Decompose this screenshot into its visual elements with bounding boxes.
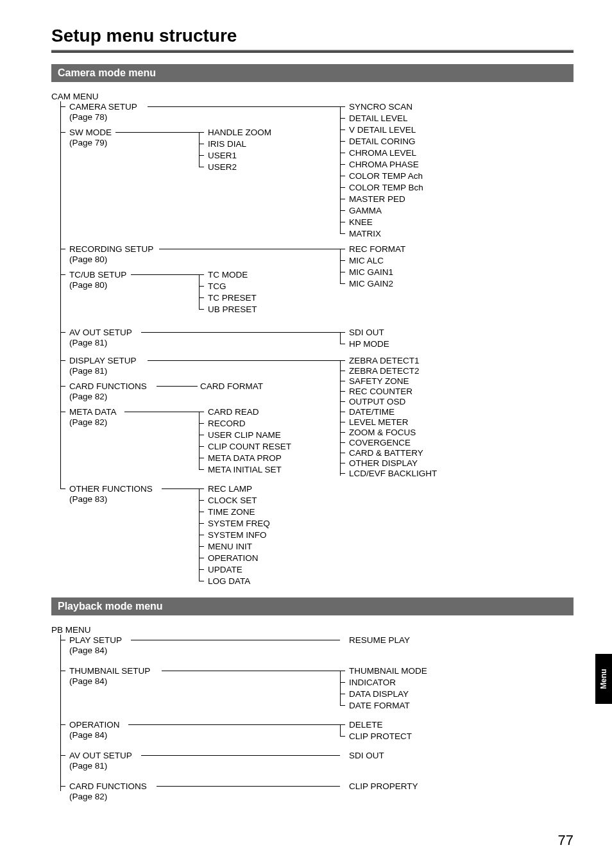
tree-tick (340, 283, 345, 284)
tree-tick (340, 360, 345, 361)
tree-tick (340, 694, 345, 694)
menu-item-page: (Page 81) (69, 337, 107, 349)
tree-tick (340, 233, 345, 234)
tree-vline (340, 724, 341, 736)
submenu-item: CLOCK SET (208, 495, 257, 506)
submenu-item: INDICATOR (349, 677, 396, 689)
submenu-item: TIME ZONE (208, 506, 255, 518)
tree-tick (60, 488, 65, 489)
tree-tick (340, 222, 345, 222)
submenu-item: MATRIX (349, 228, 381, 240)
submenu-item: MIC ALC (349, 255, 384, 267)
menu-item-page: (Page 84) (69, 730, 107, 741)
tree-tick (340, 422, 345, 422)
tree-tick (199, 155, 204, 156)
tree-vline (340, 671, 341, 705)
submenu-item: DATE FORMAT (349, 700, 410, 712)
tree-tick (340, 381, 345, 381)
tree-tick (340, 705, 345, 706)
submenu-item: HP MODE (349, 338, 389, 350)
tree-vline (340, 332, 341, 344)
tree-tick (199, 286, 204, 287)
tree-tick (340, 344, 345, 344)
submenu-item: TCG (208, 281, 226, 292)
submenu-item: CLIP COUNT RESET (208, 441, 291, 453)
tree-tick (60, 274, 65, 275)
submenu-item: DETAIL LEVEL (349, 113, 408, 124)
side-tab-label: Menu (599, 669, 608, 689)
tree-tick (340, 153, 345, 153)
submenu-item: UB PRESET (208, 304, 257, 315)
menu-item-page: (Page 79) (69, 137, 107, 149)
tree-tick (340, 118, 345, 119)
tree-tick (340, 671, 345, 671)
page-title: Setup menu structure (51, 26, 574, 46)
camera-menu-tree: CAM MENU CAMERA SETUP (Page 78) SW MODE … (51, 91, 574, 553)
tree-tick (60, 332, 65, 333)
submenu-item: LCD/EVF BACKLIGHT (349, 468, 437, 480)
submenu-item: CLIP PROTECT (349, 731, 412, 742)
tree-vline (340, 106, 341, 233)
tree-tick (199, 412, 204, 412)
submenu-item: CLIP PROPERTY (349, 781, 418, 792)
submenu-item: COLOR TEMP Bch (349, 182, 423, 194)
menu-item-page: (Page 80) (69, 254, 107, 265)
submenu-item: TC MODE (208, 269, 248, 281)
tree-hline (157, 786, 340, 787)
menu-item-page: (Page 80) (69, 280, 107, 291)
tree-tick (60, 640, 65, 640)
tree-tick (340, 463, 345, 463)
tree-tick (340, 473, 345, 474)
submenu-item: GAMMA (349, 205, 382, 217)
tree-hline (148, 106, 340, 107)
submenu-item: RECORD (208, 418, 246, 430)
submenu-item: MIC GAIN2 (349, 278, 393, 290)
submenu-item: THUMBNAIL MODE (349, 665, 427, 677)
submenu-item: SYSTEM FREQ (208, 518, 270, 530)
tree-vline (199, 274, 200, 309)
tree-tick (199, 297, 204, 298)
tree-tick (340, 412, 345, 412)
page-number: 77 (558, 832, 574, 849)
tree-tick (340, 164, 345, 165)
submenu-item: MIC GAIN1 (349, 267, 393, 278)
tree-tick (60, 106, 65, 107)
tree-tick (60, 412, 65, 412)
submenu-item: DELETE (349, 719, 383, 731)
submenu-item: USER1 (208, 150, 237, 162)
tree-tick (199, 469, 204, 470)
submenu-item: DATA DISPLAY (349, 689, 409, 700)
tree-hline (148, 360, 340, 361)
tree-tick (60, 755, 65, 756)
tree-hline (128, 724, 340, 725)
submenu-item: CHROMA PHASE (349, 159, 419, 171)
menu-item-page: (Page 82) (69, 417, 107, 428)
tree-tick (199, 309, 204, 310)
submenu-item: REC FORMAT (349, 244, 405, 255)
tree-hline (141, 755, 340, 756)
submenu-item: COLOR TEMP Ach (349, 171, 423, 182)
submenu-item: IRIS DIAL (208, 138, 246, 150)
tree-hline (124, 412, 199, 412)
tree-tick (340, 187, 345, 188)
submenu-item: MASTER PED (349, 194, 405, 205)
tree-tick (340, 682, 345, 683)
submenu-item: OPERATION (208, 553, 259, 564)
tree-tick (340, 442, 345, 443)
tree-tick (199, 512, 204, 512)
tree-hline (131, 640, 340, 640)
tree-vline (60, 101, 61, 488)
tree-vline (340, 360, 341, 476)
submenu-item: V DETAIL LEVEL (349, 124, 416, 136)
camera-section-header: Camera mode menu (51, 64, 574, 82)
tree-tick (199, 488, 204, 489)
tree-tick (199, 458, 204, 458)
tree-tick (199, 423, 204, 424)
menu-item-page: (Page 81) (69, 760, 107, 772)
tree-tick (60, 724, 65, 725)
submenu-item: LOG DATA (208, 576, 250, 587)
tree-vline (60, 635, 61, 791)
submenu-item: RESUME PLAY (349, 635, 410, 646)
tree-vline (199, 132, 200, 167)
tree-tick (199, 535, 204, 535)
